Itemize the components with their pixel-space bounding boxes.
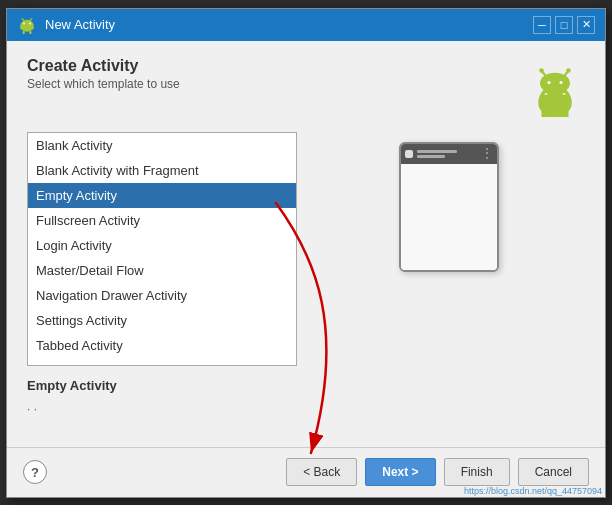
svg-point-13 [548, 81, 551, 84]
status-line [417, 150, 457, 153]
list-item[interactable]: Fullscreen Activity [28, 208, 296, 233]
svg-rect-17 [539, 94, 572, 111]
finish-button[interactable]: Finish [444, 458, 510, 486]
create-activity-title: Create Activity [27, 57, 180, 75]
svg-rect-7 [29, 31, 31, 34]
dot [486, 157, 488, 159]
status-line [417, 155, 445, 158]
activity-template-list[interactable]: Blank Activity Blank Activity with Fragm… [27, 132, 297, 366]
window-controls: ─ □ ✕ [533, 16, 595, 34]
close-button[interactable]: ✕ [577, 16, 595, 34]
minimize-button[interactable]: ─ [533, 16, 551, 34]
list-item[interactable]: Blank Activity with Fragment [28, 158, 296, 183]
svg-line-3 [22, 18, 24, 20]
svg-point-14 [560, 81, 563, 84]
preview-area [313, 132, 585, 366]
phone-body [401, 164, 497, 270]
header-text-area: Create Activity Select which template to… [27, 57, 180, 91]
dot [486, 148, 488, 150]
svg-point-2 [29, 22, 31, 24]
phone-statusbar [401, 144, 497, 164]
svg-point-1 [23, 22, 25, 24]
svg-rect-5 [20, 25, 34, 29]
list-item-empty-activity[interactable]: Empty Activity [28, 183, 296, 208]
list-item[interactable]: Master/Detail Flow [28, 258, 296, 283]
overflow-menu-icon [481, 147, 493, 161]
description-area: · · [27, 401, 585, 431]
android-robot-icon [525, 57, 585, 120]
svg-point-20 [539, 68, 544, 73]
svg-rect-18 [542, 109, 548, 117]
android-icon-small [18, 16, 36, 34]
status-icon [405, 150, 413, 158]
title-bar: New Activity ─ □ ✕ [7, 9, 605, 41]
selected-activity-label: Empty Activity [27, 378, 585, 393]
list-item[interactable]: Navigation Drawer Activity [28, 283, 296, 308]
description-dots: · · [27, 402, 37, 416]
help-button[interactable]: ? [23, 460, 47, 484]
list-item-login-activity[interactable]: Login Activity [28, 233, 296, 258]
subtitle: Select which template to use [27, 77, 180, 91]
main-area: Blank Activity Blank Activity with Fragm… [27, 132, 585, 366]
title-bar-left: New Activity [17, 15, 115, 35]
window-title: New Activity [45, 17, 115, 32]
list-item[interactable]: Settings Activity [28, 308, 296, 333]
dot [486, 152, 488, 154]
next-button[interactable]: Next > [365, 458, 435, 486]
dialog-icon [17, 15, 37, 35]
back-button[interactable]: < Back [286, 458, 357, 486]
header-area: Create Activity Select which template to… [27, 57, 585, 120]
svg-rect-6 [23, 31, 25, 34]
new-activity-dialog: New Activity ─ □ ✕ Create Activity Selec… [6, 8, 606, 498]
cancel-button[interactable]: Cancel [518, 458, 589, 486]
list-item[interactable]: Tabbed Activity [28, 333, 296, 358]
list-item[interactable]: Blank Activity [28, 133, 296, 158]
svg-point-21 [566, 68, 571, 73]
svg-rect-19 [563, 109, 569, 117]
phone-preview [399, 142, 499, 272]
svg-line-4 [30, 18, 32, 20]
dialog-content: Create Activity Select which template to… [7, 41, 605, 447]
maximize-button[interactable]: □ [555, 16, 573, 34]
status-lines [417, 148, 477, 160]
watermark: https://blog.csdn.net/qq_44757094 [464, 486, 602, 496]
